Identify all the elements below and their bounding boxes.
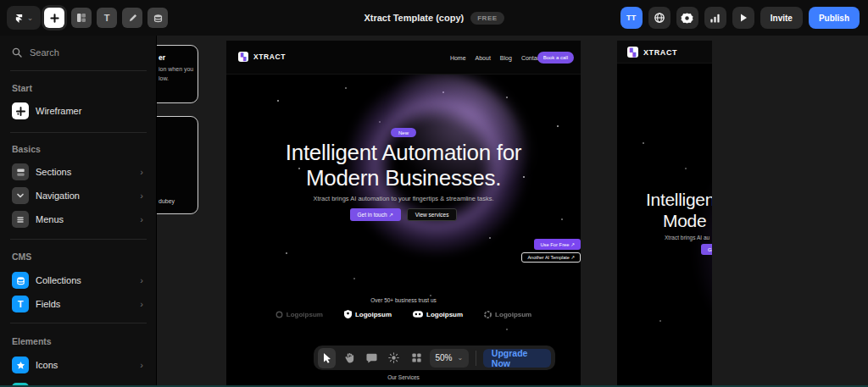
hero-heading: Intelligent Automation for Modern Busine…: [226, 140, 581, 191]
plus-icon: [50, 14, 59, 23]
collections-icon: [12, 272, 29, 289]
section-header-basics: Basics: [12, 144, 41, 154]
fields-icon: T: [12, 296, 29, 312]
star-dot: [345, 87, 347, 89]
framer-menu-button[interactable]: ⌄: [7, 6, 41, 30]
star-dot: [430, 295, 431, 296]
star-dot: [643, 142, 644, 144]
another-ai-template-button[interactable]: Another AI Template ↗: [521, 252, 581, 263]
tablet-breakpoint-frame[interactable]: ▚ XTRACT Intelligen Mode Xtract brings A…: [617, 41, 712, 387]
framer-editor-window: er ion when you low. dubey ▚ XTRACT: [0, 0, 868, 387]
chevron-right-icon: ›: [140, 191, 143, 201]
book-a-call-button[interactable]: Book a call: [537, 52, 574, 64]
sidebar-item-navigation[interactable]: Navigation ›: [0, 184, 157, 207]
gear-icon: [681, 12, 693, 25]
nav-link-blog[interactable]: Blog: [500, 55, 512, 61]
sidebar-item-icons[interactable]: Icons ›: [0, 353, 157, 377]
document-title: Xtract Template (copy): [364, 13, 464, 23]
get-in-touch-button-fragment[interactable]: Ge: [701, 244, 712, 255]
sidebar-item-menus[interactable]: Menus ›: [0, 207, 157, 231]
xtract-logo-icon: ▚: [238, 52, 248, 62]
site-settings-button[interactable]: [648, 7, 670, 29]
star-dot: [286, 252, 287, 254]
logoipsum-logo: Logoipsum: [484, 311, 531, 318]
note-line-fragment: low.: [159, 75, 169, 81]
chevron-right-icon: ›: [140, 360, 143, 370]
grid-icon: [411, 352, 422, 363]
logo-circle-icon: [275, 311, 283, 318]
chevron-right-icon: ›: [140, 299, 143, 309]
account-avatar[interactable]: TT: [620, 7, 643, 29]
use-for-free-button[interactable]: Use For Free ↗: [534, 239, 581, 250]
pen-icon: [128, 14, 137, 23]
draw-tool-button[interactable]: [122, 8, 142, 28]
site-nav: Home About Blog Contact: [450, 41, 542, 75]
hero-subtitle-fragment: Xtract brings AI au: [665, 235, 709, 240]
star-dot: [685, 168, 687, 169]
publish-button[interactable]: Publish: [809, 7, 860, 29]
insert-panel: Search Start Wireframer Basics Sections …: [0, 36, 157, 387]
desktop-breakpoint-frame[interactable]: ▚ XTRACT Home About Blog Contact Book a …: [226, 41, 581, 387]
zoom-level-value: 50%: [435, 353, 452, 362]
analytics-button[interactable]: [704, 7, 726, 29]
xtract-logo-icon: ▚: [627, 47, 638, 58]
comment-icon: [366, 352, 377, 363]
top-toolbar: ⌄ T Xtract Template (copy) FREE TT: [0, 0, 868, 36]
layout-tool-button[interactable]: [71, 8, 92, 28]
cms-tool-button[interactable]: [147, 8, 168, 28]
navigation-icon: [12, 187, 29, 204]
note-line-fragment: ion when you: [159, 66, 193, 72]
brightness-tool-button[interactable]: [385, 348, 403, 368]
next-section-label: Our Services: [226, 374, 581, 380]
topbar-right-group: TT Invite Publish: [620, 7, 860, 29]
zoom-level-dropdown[interactable]: 50% ⌄: [430, 349, 469, 368]
logoipsum-logo: Logoipsum: [275, 311, 323, 318]
settings-button[interactable]: [676, 7, 698, 29]
note-title-fragment: er: [159, 53, 165, 62]
site-brand-name: XTRACT: [643, 48, 677, 57]
chevron-down-icon: ⌄: [457, 354, 463, 362]
search-placeholder: Search: [30, 47, 59, 58]
hero-heading-fragment: Intelligen: [646, 190, 712, 210]
chevron-right-icon: ›: [140, 167, 143, 177]
insert-tool-button[interactable]: [44, 8, 64, 28]
hand-icon: [344, 352, 355, 363]
sun-icon: [388, 352, 399, 363]
star-dot: [353, 278, 355, 279]
canvas-toolbar: 50% ⌄ Upgrade Now: [314, 346, 555, 370]
chevron-right-icon: ›: [140, 214, 143, 224]
search-input[interactable]: Search: [12, 47, 139, 58]
site-logo[interactable]: ▚ XTRACT: [238, 52, 286, 62]
plan-badge: FREE: [470, 12, 504, 25]
note-footer-fragment: dubey: [159, 198, 175, 204]
hero-heading-fragment: Mode: [663, 211, 706, 231]
section-header-cms: CMS: [12, 252, 31, 262]
sidebar-item-collections[interactable]: Collections ›: [0, 268, 157, 292]
nav-link-about[interactable]: About: [476, 55, 491, 61]
grid-tool-button[interactable]: [407, 348, 425, 368]
site-logo[interactable]: ▚ XTRACT: [627, 47, 677, 58]
star-dot: [659, 320, 661, 322]
get-in-touch-button[interactable]: Get in touch ↗: [350, 208, 401, 221]
upgrade-now-button[interactable]: Upgrade Now: [483, 349, 551, 368]
site-header: ▚ XTRACT: [617, 41, 712, 64]
hand-tool-button[interactable]: [340, 348, 358, 368]
sidebar-item-fields[interactable]: T Fields ›: [0, 292, 157, 316]
logoipsum-logo: Logoipsum: [413, 311, 463, 318]
text-tool-button[interactable]: T: [97, 8, 117, 28]
site-header: ▚ XTRACT Home About Blog Contact Book a …: [226, 41, 581, 75]
view-services-button[interactable]: View services: [407, 208, 458, 221]
play-icon: [738, 13, 748, 23]
preview-button[interactable]: [732, 7, 754, 29]
star-dot: [506, 329, 508, 330]
cursor-tool-button[interactable]: [318, 348, 336, 368]
nav-link-home[interactable]: Home: [450, 55, 466, 61]
sidebar-item-sections[interactable]: Sections ›: [0, 160, 157, 184]
framer-logo-icon: [14, 14, 24, 23]
divider: [10, 239, 147, 240]
wireframer-icon: [12, 102, 29, 119]
site-brand-name: XTRACT: [253, 53, 286, 61]
invite-button[interactable]: Invite: [760, 7, 803, 29]
sidebar-item-wireframer[interactable]: Wireframer: [0, 99, 157, 123]
comment-tool-button[interactable]: [363, 348, 381, 368]
